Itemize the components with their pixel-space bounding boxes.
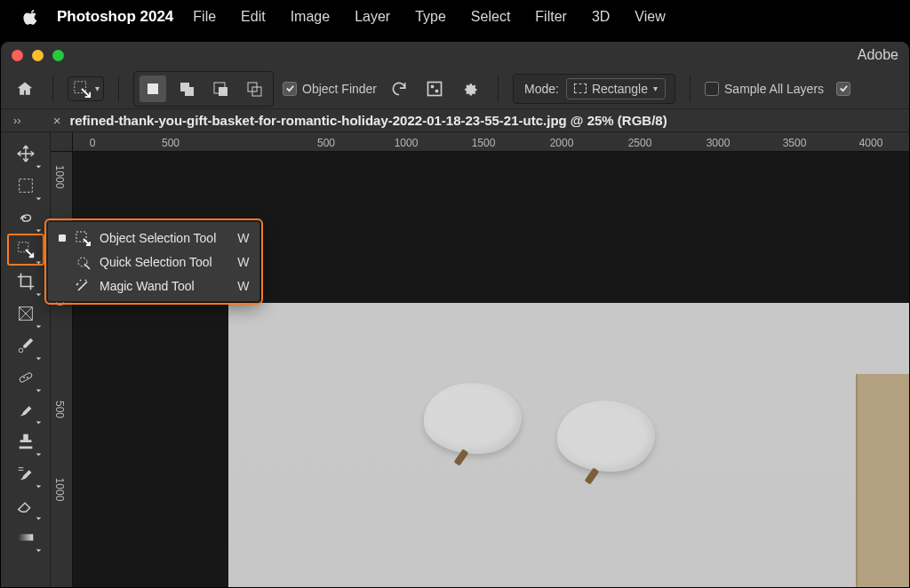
eraser-tool[interactable] (7, 489, 44, 521)
svg-rect-18 (18, 534, 33, 540)
document-tab[interactable]: × refined-thank-you-gift-basket-for-roma… (53, 113, 667, 128)
ruler-vertical[interactable]: 100005001000 (51, 152, 73, 587)
canvas[interactable] (73, 152, 909, 587)
mode-label: Mode: (524, 82, 559, 96)
document-image (228, 303, 909, 587)
ruler-h-tick: 3000 (706, 137, 730, 149)
menu-layer[interactable]: Layer (355, 9, 390, 24)
svg-rect-8 (428, 82, 442, 95)
sample-all-layers-label: Sample All Layers (724, 82, 824, 96)
menu-3d[interactable]: 3D (592, 9, 610, 24)
object-finder-checkbox[interactable]: Object Finder (283, 82, 377, 96)
eyedropper-tool[interactable] (7, 330, 44, 362)
svg-point-16 (23, 377, 25, 378)
svg-rect-11 (19, 179, 32, 193)
mode-value: Rectangle (592, 82, 648, 96)
frame-tool[interactable] (7, 298, 44, 330)
subtract-from-selection-button[interactable] (207, 75, 234, 102)
flyout-item-label: Magic Wand Tool (100, 279, 216, 293)
svg-point-17 (26, 377, 28, 378)
selection-mode-group (133, 71, 274, 107)
spot-healing-tool[interactable] (7, 362, 44, 393)
show-all-objects-button[interactable] (421, 75, 448, 102)
object-selection-tool[interactable] (7, 234, 44, 266)
svg-point-14 (19, 348, 23, 353)
move-tool[interactable] (7, 138, 44, 170)
traffic-close[interactable] (12, 50, 23, 61)
flyout-item-shortcut: W (237, 279, 249, 293)
ruler-h-tick: 500 (317, 137, 335, 149)
document-tab-bar: ›› × refined-thank-you-gift-basket-for-r… (1, 109, 909, 132)
menu-edit[interactable]: Edit (241, 9, 266, 24)
menu-file[interactable]: File (193, 9, 216, 24)
flyout-item-shortcut: W (237, 255, 249, 269)
new-selection-button[interactable] (140, 75, 166, 102)
traffic-minimize[interactable] (32, 50, 44, 61)
ruler-h-tick: 3500 (783, 137, 807, 149)
expand-panels-icon[interactable]: ›› (13, 114, 21, 127)
flyout-item-shortcut: W (237, 231, 249, 245)
titlebar: Adobe (1, 42, 909, 68)
gradient-tool[interactable] (7, 521, 44, 553)
ruler-corner (51, 132, 73, 152)
traffic-zoom[interactable] (52, 50, 64, 61)
svg-rect-9 (431, 84, 434, 87)
flyout-item-wand[interactable]: Magic Wand ToolW (50, 274, 258, 298)
ruler-h-tick: 2000 (550, 137, 574, 149)
menu-filter[interactable]: Filter (535, 9, 567, 24)
chevron-down-icon: ▾ (653, 83, 658, 93)
gear-button[interactable] (457, 75, 483, 102)
chevron-down-icon: ▾ (95, 83, 100, 93)
flyout-item-label: Object Selection Tool (100, 231, 216, 245)
selected-indicator (59, 234, 66, 242)
truncated-checkbox[interactable] (836, 82, 850, 96)
add-to-selection-button[interactable] (173, 75, 200, 102)
clone-stamp-tool[interactable] (7, 425, 44, 457)
svg-rect-5 (219, 87, 228, 96)
flyout-item-quicksel[interactable]: Quick Selection ToolW (50, 250, 258, 274)
ruler-v-tick: 500 (53, 401, 66, 418)
menu-image[interactable]: Image (291, 9, 330, 24)
refresh-button[interactable] (386, 75, 412, 102)
svg-rect-3 (185, 87, 194, 96)
ruler-h-tick: 1500 (472, 137, 496, 149)
active-tool-preset-dropdown[interactable]: ▾ (68, 76, 104, 101)
document-tab-title: refined-thank-you-gift-basket-for-romant… (69, 113, 667, 128)
app-window: Adobe ▾ Object Finder Mode: (0, 41, 910, 588)
mac-menubar: Photoshop 2024 FileEditImageLayerTypeSel… (0, 0, 910, 34)
menu-select[interactable]: Select (471, 9, 510, 24)
home-button[interactable] (12, 75, 38, 102)
ruler-h-tick: 4000 (859, 137, 883, 149)
ruler-horizontal[interactable]: 05005001000150020002500300035004000 (73, 132, 909, 152)
tools-panel (1, 132, 51, 587)
close-tab-icon[interactable]: × (53, 113, 61, 128)
ruler-h-tick: 500 (162, 137, 180, 149)
svg-rect-10 (435, 89, 438, 91)
flyout-item-label: Quick Selection Tool (100, 255, 216, 269)
window-title-right: Adobe (858, 47, 898, 63)
brush-tool[interactable] (7, 393, 44, 425)
intersect-selection-button[interactable] (241, 75, 267, 102)
history-brush-tool[interactable] (7, 457, 44, 489)
ruler-v-tick: 1000 (53, 165, 66, 189)
editor-area: 05005001000150020002500300035004000 1000… (51, 132, 909, 587)
options-bar: ▾ Object Finder Mode: Rectangle ▾ (1, 68, 909, 109)
marquee-tool[interactable] (7, 170, 44, 202)
wand-icon (75, 278, 91, 294)
mode-dropdown[interactable]: Rectangle ▾ (566, 78, 666, 99)
svg-rect-1 (148, 83, 158, 94)
tool-flyout-menu: Object Selection ToolWQuick Selection To… (47, 221, 260, 302)
menu-view[interactable]: View (635, 9, 665, 24)
flyout-item-objsel[interactable]: Object Selection ToolW (50, 226, 258, 250)
rectangle-mode-icon (574, 83, 587, 93)
sample-all-layers-checkbox[interactable]: Sample All Layers (705, 82, 824, 96)
lasso-tool[interactable] (7, 202, 44, 234)
ruler-h-tick: 0 (90, 137, 96, 149)
crop-tool[interactable] (7, 266, 44, 298)
mode-dropdown-group: Mode: Rectangle ▾ (513, 74, 675, 104)
app-name: Photoshop 2024 (57, 8, 173, 26)
ruler-v-tick: 1000 (53, 478, 66, 502)
ruler-h-tick: 2500 (628, 137, 652, 149)
apple-logo-icon (23, 9, 39, 25)
menu-type[interactable]: Type (415, 9, 446, 24)
